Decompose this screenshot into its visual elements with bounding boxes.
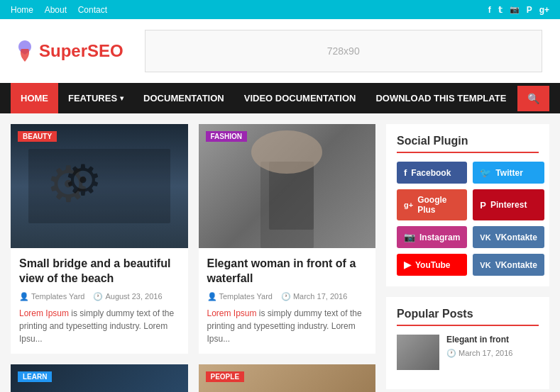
topbar-about[interactable]: About <box>45 5 67 15</box>
post-tag-people: PEOPLE <box>206 371 245 382</box>
logo-accent: SEO <box>87 41 123 60</box>
pinterest-topbar-icon[interactable]: P <box>527 5 532 15</box>
topbar-home[interactable]: Home <box>11 5 33 15</box>
popular-posts-section: Popular Posts Elegant in front 🕐 March 1… <box>386 297 549 389</box>
instagram-topbar-icon[interactable]: 📷 <box>510 5 520 15</box>
googleplus-label: Google Plus <box>417 195 460 215</box>
main-navbar: HOME FEATURES DOCUMENTATION VIDEO DOCUME… <box>0 83 560 113</box>
post-excerpt: Lorem Ipsum is simply dummy text of the … <box>19 307 180 345</box>
nav-download[interactable]: DOWNLOAD THIS TEMPLATE <box>366 83 516 113</box>
social-grid: f Facebook 🐦 Twitter g+ Google Plus P Pi… <box>397 162 539 276</box>
topbar-social-icons: f 𝕥 📷 P g+ <box>488 5 549 15</box>
nav-features[interactable]: FEATURES <box>58 83 133 113</box>
logo-text: SuperSEO <box>39 41 123 61</box>
main-container: ⚙ BEAUTY Small bridge and a beautiful vi… <box>0 113 560 392</box>
twitter-icon: 🐦 <box>480 167 491 178</box>
instagram-button[interactable]: 📷 Instagram <box>397 226 467 248</box>
twitter-topbar-icon[interactable]: 𝕥 <box>498 5 503 15</box>
post-image-learn[interactable]: LEARN <box>11 364 188 392</box>
post-title[interactable]: Small bridge and a beautiful view of the… <box>19 257 180 286</box>
logo-name: Super <box>39 41 87 60</box>
post-date: March 17, 2016 <box>293 292 347 301</box>
post-excerpt: Lorem Ipsum is simply dummy text of the … <box>207 307 368 345</box>
nav-video-documentation[interactable]: VIDEO DOCUMENTATION <box>234 83 366 113</box>
logo-icon <box>14 39 35 64</box>
nav-home[interactable]: HOME <box>11 83 58 113</box>
vkontakte-label-1: VKontakte <box>495 233 537 242</box>
post-body: Small bridge and a beautiful view of the… <box>11 248 188 354</box>
social-plugin-section: Social Plugin f Facebook 🐦 Twitter g+ Go… <box>386 124 549 286</box>
vkontakte-button-2[interactable]: VK VKontakte <box>473 254 544 276</box>
content-area: ⚙ BEAUTY Small bridge and a beautiful vi… <box>11 124 375 392</box>
youtube-button[interactable]: ▶ YouTube <box>397 254 467 276</box>
post-card-learn: LEARN <box>11 364 188 392</box>
posts-grid: ⚙ BEAUTY Small bridge and a beautiful vi… <box>11 124 375 392</box>
facebook-button[interactable]: f Facebook <box>397 162 467 184</box>
popular-post-title[interactable]: Elegant in front <box>446 335 539 346</box>
topbar-contact[interactable]: Contact <box>78 5 107 15</box>
search-button[interactable]: 🔍 <box>517 86 549 111</box>
facebook-topbar-icon[interactable]: f <box>488 5 491 15</box>
facebook-icon: f <box>404 167 407 178</box>
post-card-people: PEOPLE <box>199 364 376 392</box>
site-header: SuperSEO 728x90 <box>0 19 560 83</box>
post-image[interactable]: FASHION <box>199 124 376 248</box>
popular-title-text: Elegant in front <box>446 335 509 345</box>
popular-post-item: Elegant in front 🕐 March 17, 2016 <box>397 335 539 370</box>
social-plugin-title: Social Plugin <box>397 135 539 153</box>
popular-date-text: March 17, 2016 <box>459 349 512 357</box>
googleplus-topbar-icon[interactable]: g+ <box>539 5 549 15</box>
pinterest-label: Pinterest <box>490 200 527 210</box>
post-tag-learn: LEARN <box>18 371 52 382</box>
instagram-label: Instagram <box>419 233 460 242</box>
topbar: Home About Contact f 𝕥 📷 P g+ <box>0 0 560 19</box>
popular-post-date: 🕐 March 17, 2016 <box>446 349 539 358</box>
search-icon: 🔍 <box>527 93 539 104</box>
post-author-icon: 👤 Templates Yard <box>207 292 273 301</box>
instagram-icon: 📷 <box>404 232 415 242</box>
vkontakte-label-2: VKontakte <box>495 260 537 270</box>
facebook-label: Facebook <box>411 168 451 178</box>
post-date-icon: 🕐 March 17, 2016 <box>281 292 347 301</box>
vk-icon-2: VK <box>480 261 490 269</box>
googleplus-icon: g+ <box>404 201 413 209</box>
post-card: FASHION Elegant woman in front of a wate… <box>199 124 376 354</box>
clock-icon: 🕐 <box>446 349 456 358</box>
post-title[interactable]: Elegant woman in front of a waterfall <box>207 257 368 286</box>
topbar-nav: Home About Contact <box>11 4 116 15</box>
post-tag-beauty: BEAUTY <box>18 131 57 142</box>
popular-post-thumb[interactable] <box>397 335 439 370</box>
pinterest-button[interactable]: P Pinterest <box>473 189 544 220</box>
post-meta: 👤 Templates Yard 🕐 March 17, 2016 <box>207 292 368 301</box>
pinterest-icon: P <box>480 200 486 211</box>
post-date: August 23, 2016 <box>105 292 162 301</box>
sidebar: Social Plugin f Facebook 🐦 Twitter g+ Go… <box>386 124 549 392</box>
header-ad-banner: 728x90 <box>145 30 542 72</box>
twitter-label: Twitter <box>495 168 522 178</box>
twitter-button[interactable]: 🐦 Twitter <box>473 162 544 184</box>
post-date-icon: 🕐 August 23, 2016 <box>93 292 162 301</box>
post-body: Elegant woman in front of a waterfall 👤 … <box>199 248 376 354</box>
post-author: Templates Yard <box>31 292 84 301</box>
vk-icon: VK <box>480 233 490 242</box>
logo[interactable]: SuperSEO <box>14 39 123 64</box>
youtube-icon: ▶ <box>404 259 411 270</box>
popular-posts-title: Popular Posts <box>397 308 539 326</box>
post-image-people[interactable]: PEOPLE <box>199 364 376 392</box>
post-card: ⚙ BEAUTY Small bridge and a beautiful vi… <box>11 124 188 354</box>
post-image[interactable]: ⚙ BEAUTY <box>11 124 188 248</box>
post-tag-fashion: FASHION <box>206 131 247 142</box>
post-author: Templates Yard <box>219 292 273 301</box>
post-author-icon: 👤 Templates Yard <box>19 292 84 301</box>
ad-text: 728x90 <box>327 45 360 57</box>
youtube-label: YouTube <box>415 260 451 270</box>
post-meta: 👤 Templates Yard 🕐 August 23, 2016 <box>19 292 180 301</box>
nav-documentation[interactable]: DOCUMENTATION <box>133 83 234 113</box>
vkontakte-button-1[interactable]: VK VKontakte <box>473 226 544 248</box>
googleplus-button[interactable]: g+ Google Plus <box>397 189 467 220</box>
popular-post-info: Elegant in front 🕐 March 17, 2016 <box>446 335 539 358</box>
